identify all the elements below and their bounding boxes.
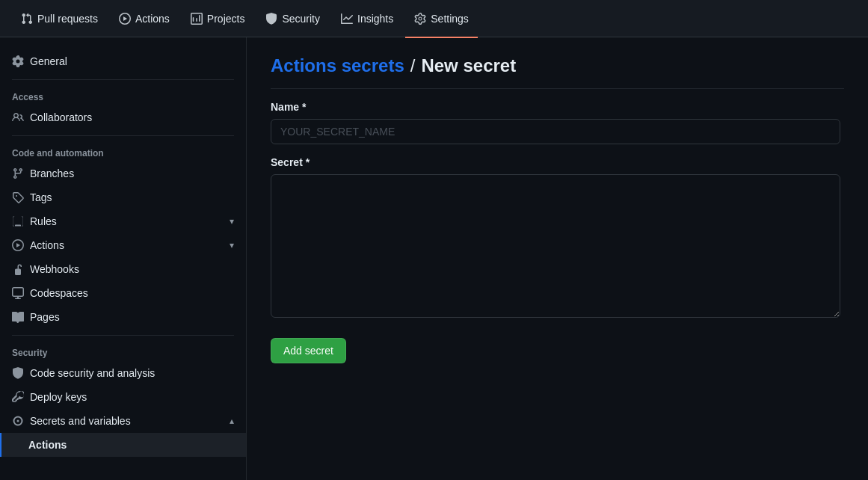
sidebar-collaborators-label: Collaborators: [30, 111, 92, 123]
nav-projects-label: Projects: [207, 13, 245, 25]
sidebar-codespaces-label: Codespaces: [30, 287, 88, 299]
sidebar-item-branches[interactable]: Branches: [0, 161, 246, 185]
actions-icon: [119, 13, 131, 25]
sidebar-security-section: Security: [0, 342, 246, 361]
sidebar-divider-3: [12, 335, 234, 336]
pr-icon: [21, 13, 33, 25]
sidebar-branches-label: Branches: [30, 167, 74, 179]
branch-icon: [12, 167, 24, 179]
rules-chevron-icon: ▾: [230, 216, 234, 227]
nav-settings[interactable]: Settings: [405, 7, 478, 31]
page-title: New secret: [421, 55, 516, 76]
page-header: Actions secrets / New secret: [271, 55, 844, 89]
gear-icon: [12, 55, 24, 67]
sidebar-item-rules[interactable]: Rules ▾: [0, 209, 246, 233]
main-content: Actions secrets / New secret Name * Secr…: [247, 37, 868, 480]
sidebar-pages-label: Pages: [30, 311, 60, 323]
nav-insights[interactable]: Insights: [332, 7, 402, 31]
insights-icon: [341, 13, 353, 25]
tag-icon: [12, 191, 24, 203]
sidebar-item-tags[interactable]: Tags: [0, 185, 246, 209]
nav-actions-label: Actions: [135, 13, 170, 25]
secret-textarea[interactable]: [271, 174, 840, 318]
security-icon: [265, 13, 277, 25]
actions-chevron-icon: ▾: [230, 240, 234, 250]
nav-security[interactable]: Security: [256, 7, 329, 31]
sidebar-item-collaborators[interactable]: Collaborators: [0, 105, 246, 129]
actions-play-icon: [12, 239, 24, 251]
sidebar-divider-2: [12, 135, 234, 136]
sidebar-actions-label: Actions: [30, 239, 64, 251]
sidebar-access-section: Access: [0, 86, 246, 105]
main-layout: General Access Collaborators Code and au…: [0, 37, 868, 480]
sidebar-secrets-variables-label: Secrets and variables: [30, 415, 131, 427]
codespaces-icon: [12, 287, 24, 299]
nav-pull-requests[interactable]: Pull requests: [12, 7, 107, 31]
sidebar-tags-label: Tags: [30, 191, 52, 203]
secret-form-group: Secret *: [271, 156, 844, 320]
sidebar-deploy-keys-label: Deploy keys: [30, 391, 87, 403]
sidebar-item-deploy-keys[interactable]: Deploy keys: [0, 385, 246, 409]
name-form-group: Name *: [271, 101, 844, 144]
sidebar-item-general[interactable]: General: [0, 49, 246, 73]
sidebar-item-actions[interactable]: Actions ▾: [0, 233, 246, 257]
secret-label: Secret *: [271, 156, 844, 168]
rules-icon: [12, 215, 24, 227]
sidebar-rules-label: Rules: [30, 215, 57, 227]
sidebar-actions-sub-label: Actions: [28, 439, 67, 451]
settings-icon: [414, 13, 426, 25]
breadcrumb-separator: /: [410, 55, 416, 76]
nav-settings-label: Settings: [431, 13, 469, 25]
sidebar: General Access Collaborators Code and au…: [0, 37, 247, 480]
webhook-icon: [12, 263, 24, 275]
secrets-icon: [12, 415, 24, 427]
sidebar-item-code-security[interactable]: Code security and analysis: [0, 361, 246, 385]
code-security-icon: [12, 367, 24, 379]
sidebar-webhooks-label: Webhooks: [30, 263, 79, 275]
sidebar-item-pages[interactable]: Pages: [0, 305, 246, 329]
sidebar-item-codespaces[interactable]: Codespaces: [0, 281, 246, 305]
name-label: Name *: [271, 101, 844, 113]
sidebar-divider-1: [12, 79, 234, 80]
name-input[interactable]: [271, 119, 840, 144]
sidebar-item-webhooks[interactable]: Webhooks: [0, 257, 246, 281]
nav-projects[interactable]: Projects: [182, 7, 254, 31]
sidebar-general-label: General: [30, 55, 67, 67]
projects-icon: [191, 13, 203, 25]
sidebar-code-section: Code and automation: [0, 142, 246, 161]
nav-insights-label: Insights: [357, 13, 393, 25]
nav-security-label: Security: [282, 13, 320, 25]
top-nav: Pull requests Actions Projects Security: [0, 0, 868, 37]
breadcrumb-link[interactable]: Actions secrets: [271, 55, 404, 76]
nav-pr-label: Pull requests: [37, 13, 98, 25]
sidebar-item-secrets-variables[interactable]: Secrets and variables ▴: [0, 409, 246, 433]
sidebar-item-actions-sub[interactable]: Actions: [0, 433, 246, 457]
secrets-chevron-icon: ▴: [230, 416, 234, 426]
add-secret-button[interactable]: Add secret: [271, 338, 346, 363]
sidebar-code-security-label: Code security and analysis: [30, 367, 155, 379]
nav-actions[interactable]: Actions: [110, 7, 179, 31]
key-icon: [12, 391, 24, 403]
person-icon: [12, 111, 24, 123]
pages-icon: [12, 311, 24, 323]
